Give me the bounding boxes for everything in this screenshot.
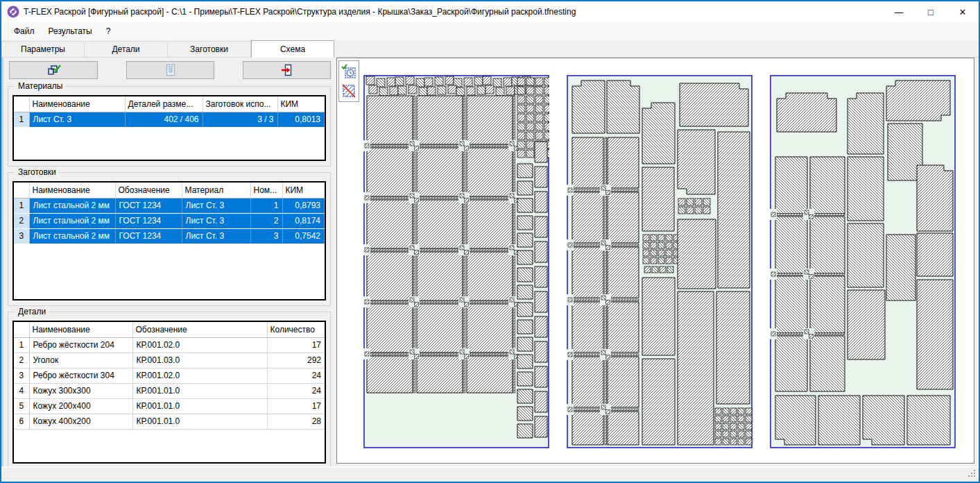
nested-part[interactable] [907, 396, 950, 445]
nested-part[interactable] [810, 157, 845, 214]
maximize-button[interactable]: □ [915, 1, 947, 22]
nesting-sheet-1[interactable] [363, 75, 549, 448]
small-part[interactable] [723, 439, 729, 445]
small-part[interactable] [544, 123, 549, 130]
small-part[interactable] [651, 257, 657, 264]
small-part[interactable] [730, 439, 737, 445]
small-part[interactable] [738, 416, 744, 422]
small-part[interactable] [666, 235, 672, 241]
nested-part[interactable] [572, 247, 603, 298]
nested-part[interactable] [417, 356, 463, 393]
column-header[interactable]: Обозначение [132, 322, 267, 337]
small-part[interactable] [544, 78, 549, 85]
small-part[interactable] [526, 123, 534, 130]
nested-part[interactable] [680, 83, 748, 126]
small-part[interactable] [730, 431, 737, 437]
small-part[interactable] [395, 77, 404, 85]
small-part[interactable] [526, 132, 534, 139]
strip-part[interactable] [513, 304, 515, 353]
nested-part[interactable] [572, 357, 603, 407]
column-header[interactable]: Ном... [250, 183, 282, 198]
small-part[interactable] [715, 408, 721, 414]
small-part[interactable] [483, 76, 491, 85]
nested-part[interactable] [678, 130, 715, 194]
table-row[interactable]: 6Кожух 400x200КР.001.01.028 [14, 414, 325, 429]
strip-part[interactable] [367, 353, 513, 355]
strip-part[interactable] [413, 304, 415, 353]
nested-part[interactable] [775, 217, 807, 273]
small-part[interactable] [695, 198, 702, 205]
nested-part[interactable] [863, 396, 904, 445]
small-part[interactable] [730, 423, 737, 430]
small-part[interactable] [535, 105, 543, 112]
small-part[interactable] [535, 123, 543, 130]
small-part[interactable] [715, 416, 721, 422]
nested-part[interactable] [608, 137, 639, 188]
small-part[interactable] [667, 266, 673, 273]
small-part[interactable] [666, 257, 672, 264]
nested-part[interactable] [608, 357, 639, 407]
strip-part[interactable] [463, 148, 465, 196]
nested-part[interactable] [517, 164, 533, 178]
strip-part[interactable] [605, 412, 607, 445]
small-part[interactable] [377, 78, 385, 87]
strip-part[interactable] [513, 148, 515, 196]
small-part[interactable] [544, 132, 549, 139]
table-row[interactable]: 1Ребро жёсткости 204КР.001.02.017 [14, 337, 325, 353]
small-part[interactable] [366, 76, 375, 85]
nested-part[interactable] [608, 192, 639, 243]
report-button[interactable] [126, 61, 214, 79]
strip-part[interactable] [463, 252, 465, 300]
small-part[interactable] [464, 78, 472, 86]
nested-part[interactable] [848, 223, 884, 287]
nested-part[interactable] [608, 247, 639, 298]
minimize-button[interactable]: — [883, 1, 915, 22]
small-part[interactable] [477, 86, 485, 94]
small-part[interactable] [738, 439, 744, 445]
nested-part[interactable] [517, 372, 533, 386]
nested-part[interactable] [517, 251, 533, 264]
nested-part[interactable] [642, 278, 675, 355]
strip-part[interactable] [605, 137, 607, 188]
strip-part[interactable] [413, 96, 415, 144]
column-header[interactable] [14, 183, 29, 198]
small-part[interactable] [544, 105, 549, 112]
approve-layout-button[interactable] [341, 63, 357, 80]
strip-part[interactable] [513, 200, 515, 248]
column-header[interactable]: Заготовок испо... [203, 96, 277, 112]
small-part[interactable] [651, 235, 657, 241]
small-part[interactable] [678, 198, 685, 205]
small-part[interactable] [496, 87, 504, 96]
nested-part[interactable] [572, 80, 605, 133]
strip-part[interactable] [413, 148, 415, 196]
nested-part[interactable] [535, 242, 547, 262]
strip-part[interactable] [513, 252, 515, 300]
nested-part[interactable] [535, 391, 547, 412]
strip-part[interactable] [463, 96, 465, 144]
small-part[interactable] [526, 96, 534, 103]
nested-part[interactable] [517, 233, 533, 247]
nested-part[interactable] [417, 304, 463, 353]
nested-part[interactable] [367, 148, 413, 196]
menu-item-0[interactable]: Файл [7, 24, 42, 39]
discard-layout-button[interactable] [341, 83, 357, 99]
nested-part[interactable] [678, 291, 714, 445]
small-part[interactable] [526, 141, 534, 149]
small-part[interactable] [643, 250, 649, 256]
small-part[interactable] [445, 76, 454, 85]
nested-part[interactable] [535, 167, 547, 187]
nested-part[interactable] [467, 96, 513, 144]
nested-part[interactable] [775, 336, 807, 391]
column-header[interactable]: Обозначение [115, 183, 182, 198]
tab-Схема[interactable]: Схема [251, 40, 334, 58]
small-part[interactable] [517, 96, 525, 103]
small-part[interactable] [544, 114, 549, 121]
small-part[interactable] [517, 123, 525, 130]
nested-part[interactable] [535, 416, 547, 437]
small-part[interactable] [723, 416, 729, 422]
nested-part[interactable] [517, 268, 533, 282]
menu-item-2[interactable]: ? [99, 24, 118, 39]
nested-part[interactable] [517, 320, 533, 334]
nested-part[interactable] [417, 148, 463, 196]
nested-part[interactable] [367, 200, 413, 248]
